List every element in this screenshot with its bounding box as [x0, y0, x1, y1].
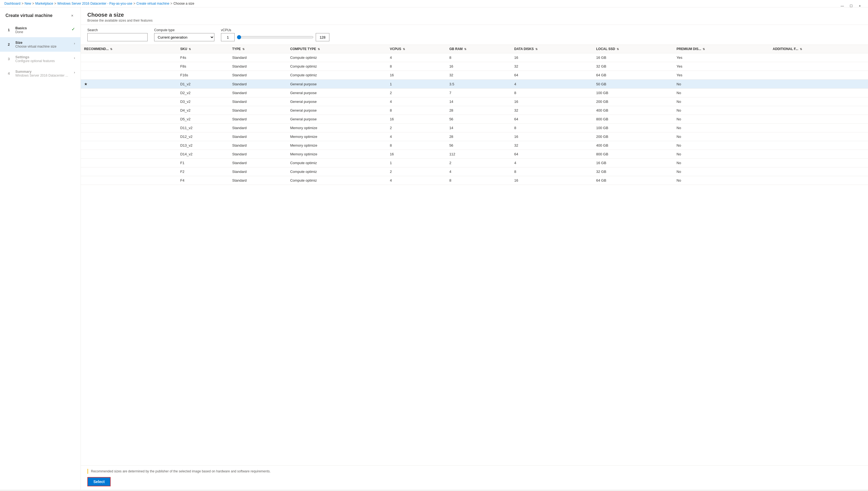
table-row[interactable]: F16sStandardCompute optimiz16326464 GBYe…: [81, 71, 868, 80]
table-row[interactable]: D13_v2StandardMemory optimize85632400 GB…: [81, 141, 868, 150]
table-row[interactable]: ★D1_v2StandardGeneral purpose13.5450 GBN…: [81, 80, 868, 89]
step-content-2: Size Choose virtual machine size: [15, 40, 71, 49]
maximize-button[interactable]: ☐: [847, 2, 855, 10]
cell-vcpus: 8: [387, 106, 446, 115]
cell-premium_dis: No: [673, 133, 769, 141]
cell-type: Standard: [229, 158, 287, 167]
cell-recommended: [81, 158, 177, 167]
select-button[interactable]: Select: [87, 477, 111, 486]
breadcrumb-dashboard[interactable]: Dashboard: [4, 2, 21, 5]
table-row[interactable]: F4StandardCompute optimiz481664 GBNo: [81, 176, 868, 185]
breadcrumb-current: Choose a size: [173, 2, 194, 5]
cell-gb_ram: 8: [446, 53, 511, 62]
cell-additional_f: [769, 133, 868, 141]
create-vm-title: Create virtual machine: [5, 13, 53, 18]
cell-sku: D4_v2: [177, 106, 229, 115]
breadcrumb-sep-4: >: [133, 2, 135, 5]
cell-data_disks: 4: [511, 80, 593, 89]
step-sublabel-basics: Done: [15, 30, 68, 34]
chevron-icon-settings: ›: [74, 56, 75, 60]
cell-recommended: [81, 133, 177, 141]
table-row[interactable]: D3_v2StandardGeneral purpose41416200 GBN…: [81, 97, 868, 106]
cell-sku: D13_v2: [177, 141, 229, 150]
close-window-button[interactable]: ×: [856, 2, 864, 10]
cell-premium_dis: No: [673, 150, 769, 158]
table-row[interactable]: D14_v2StandardMemory optimize1611264800 …: [81, 150, 868, 158]
col-local-ssd[interactable]: LOCAL SSD ⇅: [593, 45, 673, 53]
table-row[interactable]: D5_v2StandardGeneral purpose165664800 GB…: [81, 115, 868, 124]
table-row[interactable]: F1StandardCompute optimiz12416 GBNo: [81, 158, 868, 167]
cell-premium_dis: No: [673, 80, 769, 89]
cell-local_ssd: 100 GB: [593, 124, 673, 133]
step-item-size[interactable]: 2 Size Choose virtual machine size ›: [0, 37, 81, 52]
check-icon-basics: ✓: [72, 27, 75, 32]
col-type[interactable]: TYPE ⇅: [229, 45, 287, 53]
col-gb-ram[interactable]: GB RAM ⇅: [446, 45, 511, 53]
size-table-area: RECOMMEND... ⇅ SKU ⇅ TYPE ⇅ COMPUTE TY: [81, 45, 868, 465]
breadcrumb-create-vm[interactable]: Create virtual machine: [136, 2, 169, 5]
cell-type: Standard: [229, 71, 287, 80]
step-item-basics[interactable]: 1 Basics Done ✓: [0, 23, 81, 37]
cell-type: Standard: [229, 133, 287, 141]
step-item-summary[interactable]: 4 Summary Windows Server 2016 Datacenter…: [0, 66, 81, 81]
table-row[interactable]: F2StandardCompute optimiz24832 GBNo: [81, 167, 868, 176]
cell-sku: D1_v2: [177, 80, 229, 89]
cell-type: Standard: [229, 150, 287, 158]
table-row[interactable]: D4_v2StandardGeneral purpose82832400 GBN…: [81, 106, 868, 115]
right-header: Choose a size Browse the available sizes…: [81, 7, 868, 25]
sort-icon-premium-dis: ⇅: [703, 48, 705, 51]
vcpu-group: vCPUs: [221, 28, 329, 41]
compute-type-label: Compute type: [154, 28, 214, 32]
compute-type-group: Compute type Current generation All gene…: [154, 28, 214, 41]
left-panel-title-row: Create virtual machine ×: [0, 13, 81, 23]
cell-sku: D3_v2: [177, 97, 229, 106]
chevron-icon-summary: ›: [74, 70, 75, 75]
vcpu-max-input[interactable]: [316, 33, 329, 41]
table-row[interactable]: D2_v2StandardGeneral purpose278100 GBNo: [81, 89, 868, 97]
breadcrumb-sep-5: >: [170, 2, 172, 5]
cell-local_ssd: 800 GB: [593, 150, 673, 158]
breadcrumb-new[interactable]: New: [25, 2, 31, 5]
cell-gb_ram: 56: [446, 115, 511, 124]
breadcrumb-marketplace[interactable]: Marketplace: [35, 2, 53, 5]
col-data-disks[interactable]: DATA DISKS ⇅: [511, 45, 593, 53]
close-button[interactable]: ×: [70, 13, 75, 18]
compute-type-select[interactable]: Current generation All generations Previ…: [154, 33, 214, 41]
col-vcpus[interactable]: VCPUS ⇅: [387, 45, 446, 53]
col-recommended[interactable]: RECOMMEND... ⇅: [81, 45, 177, 53]
step-num-2: 2: [5, 41, 12, 48]
table-row[interactable]: D11_v2StandardMemory optimize2148100 GBN…: [81, 124, 868, 133]
cell-gb_ram: 28: [446, 106, 511, 115]
cell-local_ssd: 32 GB: [593, 62, 673, 71]
cell-data_disks: 16: [511, 176, 593, 185]
vcpu-min-input[interactable]: [221, 33, 235, 41]
col-sku[interactable]: SKU ⇅: [177, 45, 229, 53]
cell-recommended: [81, 71, 177, 80]
cell-additional_f: [769, 97, 868, 106]
breadcrumb: Dashboard > New > Marketplace > Windows …: [0, 0, 868, 7]
window-controls: — ☐ ×: [838, 2, 864, 10]
cell-gb_ram: 3.5: [446, 80, 511, 89]
table-header-row: RECOMMEND... ⇅ SKU ⇅ TYPE ⇅ COMPUTE TY: [81, 45, 868, 53]
size-table: RECOMMEND... ⇅ SKU ⇅ TYPE ⇅ COMPUTE TY: [81, 45, 868, 185]
cell-vcpus: 8: [387, 141, 446, 150]
cell-premium_dis: No: [673, 89, 769, 97]
step-item-settings[interactable]: 3 Settings Configure optional features ›: [0, 52, 81, 66]
sort-icon-sku: ⇅: [189, 48, 191, 51]
breadcrumb-image[interactable]: Windows Server 2016 Datacenter - Pay-as-…: [57, 2, 132, 5]
table-row[interactable]: D12_v2StandardMemory optimize42816200 GB…: [81, 133, 868, 141]
cell-data_disks: 64: [511, 150, 593, 158]
col-compute-type[interactable]: COMPUTE TYPE ⇅: [287, 45, 387, 53]
table-row[interactable]: F4sStandardCompute optimiz481616 GBYes: [81, 53, 868, 62]
vcpu-label: vCPUs: [221, 28, 329, 32]
cell-recommended: [81, 150, 177, 158]
col-additional-f[interactable]: ADDITIONAL F... ⇅: [769, 45, 868, 53]
col-premium-dis[interactable]: PREMIUM DIS... ⇅: [673, 45, 769, 53]
minimize-button[interactable]: —: [838, 2, 846, 10]
cell-sku: F4: [177, 176, 229, 185]
cell-recommended: [81, 176, 177, 185]
table-row[interactable]: F8sStandardCompute optimiz8163232 GBYes: [81, 62, 868, 71]
breadcrumb-sep-2: >: [32, 2, 34, 5]
search-input[interactable]: [87, 33, 147, 41]
vcpu-slider[interactable]: [237, 35, 314, 39]
